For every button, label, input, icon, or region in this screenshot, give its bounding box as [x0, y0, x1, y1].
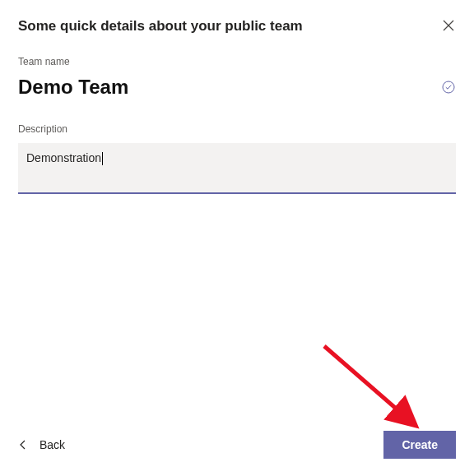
create-button[interactable]: Create — [383, 431, 456, 459]
svg-line-4 — [324, 346, 413, 423]
text-cursor — [102, 152, 103, 165]
close-icon — [443, 20, 454, 31]
svg-point-2 — [443, 81, 454, 93]
check-circle-icon — [442, 81, 455, 94]
close-button[interactable] — [441, 18, 456, 33]
dialog-footer: Back Create — [18, 432, 456, 458]
name-valid-indicator — [441, 80, 456, 95]
description-input[interactable]: Demonstration — [18, 143, 456, 194]
description-value: Demonstration — [26, 151, 101, 164]
description-label: Description — [18, 123, 456, 135]
team-name-label: Team name — [18, 56, 456, 67]
create-team-dialog: Some quick details about your public tea… — [0, 0, 474, 476]
back-label: Back — [40, 438, 65, 451]
dialog-title: Some quick details about your public tea… — [18, 18, 303, 35]
description-text: Demonstration — [18, 143, 456, 173]
dialog-header: Some quick details about your public tea… — [18, 18, 456, 35]
back-button[interactable]: Back — [18, 438, 65, 451]
team-name-row: Demo Team — [18, 76, 456, 99]
chevron-left-icon — [18, 440, 28, 450]
description-field-wrap: Demonstration — [18, 143, 456, 194]
annotation-arrow — [316, 338, 431, 437]
team-name-input[interactable]: Demo Team — [18, 76, 128, 99]
